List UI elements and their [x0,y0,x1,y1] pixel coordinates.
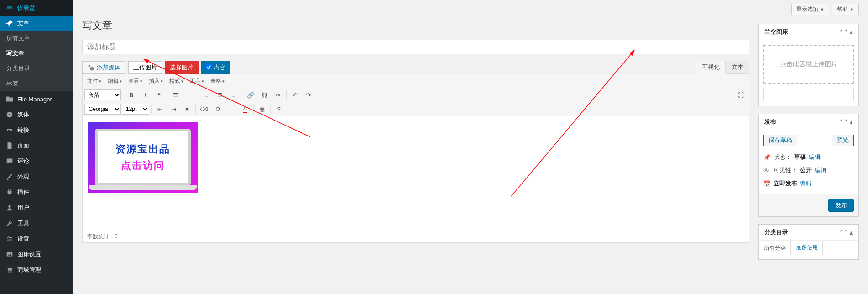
metabox-title[interactable]: 兰空图床 ˄˅▴ [759,24,858,40]
special-char-button[interactable]: Ω [211,103,224,115]
metabox-categories: 分类目录 ˄˅▴ 所有分类 最多使用 [758,224,859,260]
brush-icon [5,173,14,181]
align-right-button[interactable]: ≡ [227,89,240,101]
sidebar-item-appearance[interactable]: 外观 [0,169,73,184]
plug-icon [5,188,14,196]
sidebar-item-plugins[interactable]: 插件 [0,184,73,200]
tab-visual[interactable]: 可视化 [696,61,726,74]
chevron-down-icon[interactable]: ˅ [845,29,848,36]
publish-button[interactable]: 发布 [828,199,854,212]
svg-point-1 [9,114,10,116]
menu-insert[interactable]: 插入▾ [146,75,166,87]
sidebar-item-users[interactable]: 用户 [0,200,73,215]
format-select[interactable]: 段落 [84,89,121,100]
help-button[interactable]: 帮助 ▼ [832,4,859,15]
undo-button[interactable]: ↶ [288,89,301,101]
redo-button[interactable]: ↷ [302,89,315,101]
chevron-up-icon[interactable]: ˄ [840,229,843,236]
cat-tab-all[interactable]: 所有分类 [759,241,791,255]
add-media-button[interactable]: 添加媒体 [82,61,125,74]
toggle-icon[interactable]: ▴ [850,29,853,36]
upload-dropzone[interactable]: 点击此区域上传图片 [763,45,854,84]
menu-tools[interactable]: 工具▾ [187,75,207,87]
text-color-button[interactable]: A [239,103,251,115]
toggle-icon[interactable]: ▴ [850,229,853,236]
content-image[interactable]: 资源宝出品 点击访问 [88,122,198,193]
chevron-down-icon[interactable]: ˅ [845,119,848,126]
sidebar-sub-all-posts[interactable]: 所有文章 [0,31,73,46]
number-list-button[interactable]: ≣ [183,89,196,101]
justify-button[interactable]: ≡ [181,103,193,115]
menu-edit[interactable]: 编辑▾ [105,75,125,87]
tab-text[interactable]: 文本 [726,61,749,74]
calendar-icon: 📅 [763,180,771,187]
chevron-up-icon[interactable]: ˄ [840,119,843,126]
clear-format-button[interactable]: ⌫ [198,103,210,115]
align-center-button[interactable]: ☰ [214,89,226,101]
sidebar-item-tools[interactable]: 工具 [0,215,73,231]
sidebar-item-dashboard[interactable]: 仪表盘 [0,0,73,16]
user-icon [5,204,14,212]
key-icon: 📌 [763,154,771,161]
sidebar-item-shop[interactable]: 商城管理 [0,262,73,278]
sidebar-sub-tags[interactable]: 标签 [0,76,73,91]
unlink-button[interactable]: ⛓ [258,89,271,101]
outdent-button[interactable]: ⇤ [153,103,166,115]
font-size-select[interactable]: 12pt [122,104,149,115]
sidebar-item-posts[interactable]: 文章 [0,16,73,31]
cat-tab-most[interactable]: 最多使用 [791,241,823,255]
edit-status-link[interactable]: 编辑 [809,153,821,161]
preview-button[interactable]: 预览 [832,135,854,146]
menu-table[interactable]: 表格▾ [208,75,227,87]
edit-schedule-link[interactable]: 编辑 [800,180,812,188]
screen-options-button[interactable]: 显示选项 ▼ [791,4,829,15]
menu-file[interactable]: 文件▾ [84,75,104,87]
fullscreen-button[interactable]: ⛶ [734,89,747,101]
folder-icon [5,95,14,103]
content-checkbox[interactable] [206,64,212,70]
help-icon-button[interactable]: ? [272,103,285,115]
pin-icon [5,19,14,27]
sidebar-item-file-manager[interactable]: File Manager [0,91,73,107]
upload-image-button[interactable]: 上传图片 [128,61,162,74]
sidebar-item-links[interactable]: 链接 [0,122,73,138]
sidebar-item-image-host[interactable]: 图床设置 [0,247,73,262]
menu-format[interactable]: 格式▾ [167,75,186,87]
menu-view[interactable]: 查看▾ [125,75,145,87]
sidebar-item-media[interactable]: 媒体 [0,107,73,122]
metabox-title[interactable]: 分类目录 ˄˅▴ [759,225,858,241]
hr-button[interactable]: — [225,103,238,115]
svg-point-6 [88,65,90,67]
svg-point-7 [90,67,94,70]
italic-button[interactable]: I [139,89,152,101]
table-button[interactable]: ▦ [256,103,268,115]
select-image-button[interactable]: 选择图片 [165,61,199,74]
bullet-list-button[interactable]: ☰ [169,89,182,101]
link-button[interactable]: 🔗 [244,89,257,101]
post-title-input[interactable] [82,40,749,54]
toggle-icon[interactable]: ▴ [850,119,853,126]
indent-button[interactable]: ⇥ [167,103,180,115]
media-icon [5,110,14,119]
blockquote-button[interactable]: ❝ [152,89,165,101]
sidebar-item-settings[interactable]: 设置 [0,231,73,247]
chevron-up-icon[interactable]: ˄ [840,29,843,36]
editor-content-area[interactable]: 资源宝出品 点击访问 [83,116,749,231]
editor-toolbar-1: 段落 B I ❝ ☰ ≣ ≡ ☰ ≡ 🔗 ⛓ ✂ [83,88,749,102]
content-checkbox-label[interactable]: 内容 [201,61,230,74]
align-left-button[interactable]: ≡ [200,89,213,101]
more-button[interactable]: ✂ [272,89,284,101]
sidebar-item-pages[interactable]: 页面 [0,138,73,153]
bold-button[interactable]: B [125,89,138,101]
sidebar-sub-new-post[interactable]: 写文章 [0,46,73,61]
metabox-title[interactable]: 发布 ˄˅▴ [759,114,858,130]
edit-visibility-link[interactable]: 编辑 [815,167,826,174]
font-family-select[interactable]: Georgia [84,104,121,115]
sidebar-sub-categories[interactable]: 分类目录 [0,61,73,76]
comment-icon [5,157,14,165]
sidebar-item-comments[interactable]: 评论 [0,153,73,169]
save-draft-button[interactable]: 保存草稿 [763,135,797,146]
chevron-down-icon[interactable]: ˅ [845,229,848,236]
editor-status-bar: 字数统计：0 [82,231,749,243]
svg-rect-3 [7,252,13,257]
